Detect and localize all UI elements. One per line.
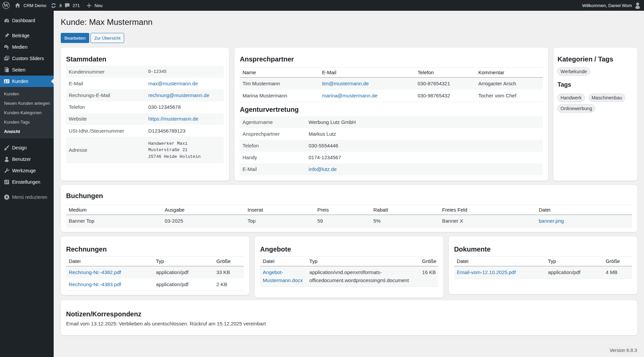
svg-text:W: W xyxy=(3,2,9,8)
